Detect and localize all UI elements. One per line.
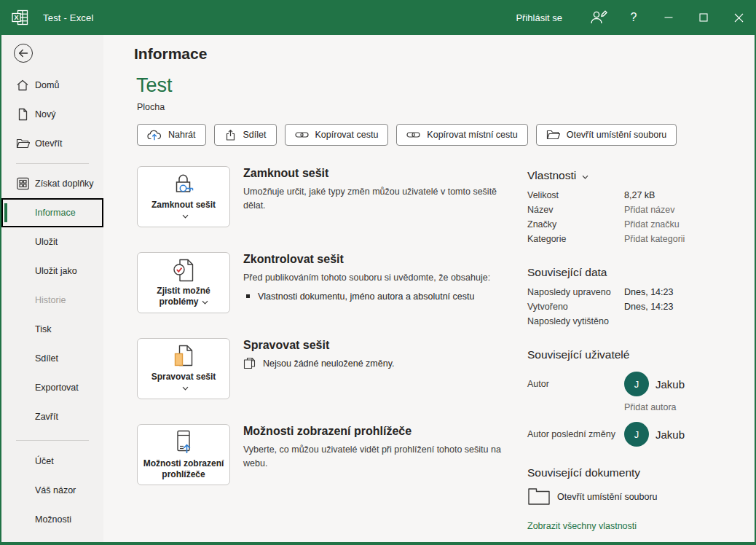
avatar: J — [624, 422, 649, 447]
button-label: Otevřít umístění souboru — [567, 130, 667, 140]
share-button[interactable]: Sdílet — [214, 124, 277, 146]
property-row: Kategorie Přidat kategorii — [527, 234, 746, 248]
sidebar-item-export[interactable]: Exportovat — [1, 373, 103, 402]
info-sections: Zamknout sešit Zamknout sešit Umožňuje u… — [137, 166, 523, 510]
sidebar-item-label: Tisk — [35, 324, 51, 334]
button-label: Kopírovat cestu — [315, 130, 379, 140]
button-label: Kopírovat místní cestu — [427, 130, 517, 140]
upload-button[interactable]: Nahrát — [137, 124, 206, 146]
chevron-down-icon — [202, 297, 208, 307]
add-author-field[interactable]: Přidat autora — [624, 402, 746, 412]
open-file-location-button[interactable]: Otevřít umístění souboru — [536, 124, 677, 146]
button-label: Nahrát — [168, 130, 196, 140]
sidebar-item-save[interactable]: Uložit — [1, 227, 103, 256]
chevron-down-icon — [182, 383, 189, 393]
sidebar-item-label: Uložit jako — [35, 266, 77, 276]
sidebar-divider — [16, 163, 89, 164]
excel-logo-icon: X — [12, 9, 29, 26]
open-folder-icon — [546, 129, 560, 141]
inspect-workbook-section: Zjistit možné problémy Zkontrolovat seši… — [137, 252, 523, 313]
back-button[interactable] — [14, 44, 33, 63]
sidebar-item-account[interactable]: Účet — [1, 447, 103, 476]
related-documents-header: Související dokumenty — [527, 466, 746, 479]
new-file-icon — [16, 108, 29, 121]
sidebar-item-label: Exportovat — [35, 383, 79, 393]
help-icon[interactable]: ? — [616, 0, 651, 35]
sidebar-item-feedback[interactable]: Váš názor — [1, 476, 103, 505]
sidebar-divider — [16, 440, 89, 441]
minimize-icon[interactable] — [651, 0, 686, 35]
property-label: Název — [527, 205, 624, 215]
home-icon — [16, 79, 29, 92]
manage-workbook-icon — [170, 345, 197, 368]
sidebar-item-addins[interactable]: Získat doplňky — [1, 169, 103, 198]
date-row: Naposledy vytištěno — [527, 316, 746, 331]
inspect-document-icon — [170, 259, 197, 282]
section-status-text: Nejsou žádné neuložené změny. — [263, 358, 394, 369]
browser-view-options-card[interactable]: Možnosti zobrazení prohlížeče — [137, 424, 230, 485]
info-page: Informace Test Plocha Nahrát — [103, 35, 755, 542]
sidebar-item-label: Zavřít — [35, 412, 58, 422]
sidebar-item-print[interactable]: Tisk — [1, 315, 103, 344]
sidebar-item-options[interactable]: Možnosti — [1, 505, 103, 534]
section-title: Možnosti zobrazení prohlížeče — [243, 425, 507, 438]
sign-in-icon[interactable] — [581, 0, 616, 35]
svg-text:X: X — [14, 14, 18, 21]
sign-in-button[interactable]: Přihlásit se — [516, 12, 562, 23]
close-icon[interactable] — [721, 0, 756, 35]
section-description: Vyberte, co můžou uživatelé vidět při pr… — [243, 443, 507, 471]
card-label: Zamknout sešit — [151, 200, 216, 210]
property-row: Značky Přidat značku — [527, 219, 746, 234]
sidebar-item-label: Otevřít — [35, 138, 63, 149]
protect-workbook-card[interactable]: Zamknout sešit — [137, 166, 230, 227]
show-all-properties-link[interactable]: Zobrazit všechny vlastnosti — [527, 521, 746, 531]
check-for-issues-card[interactable]: Zjistit možné problémy — [137, 252, 230, 313]
sidebar-item-label: Uložit — [35, 237, 58, 247]
open-folder-icon — [16, 138, 30, 149]
add-category-field[interactable]: Přidat kategorii — [624, 234, 685, 244]
date-label: Naposledy vytištěno — [527, 316, 624, 326]
date-value: Dnes, 14:23 — [624, 287, 673, 297]
file-location: Plocha — [137, 102, 165, 112]
addins-icon — [16, 177, 30, 191]
author-chip[interactable]: J Jakub — [624, 372, 685, 396]
sidebar-item-info[interactable]: Informace — [1, 198, 103, 227]
properties-panel: Vlastnosti Velikost 8,27 kB Název Přidat… — [527, 169, 746, 531]
property-row: Velikost 8,27 kB — [527, 190, 746, 205]
date-row: Naposledy upraveno Dnes, 14:23 — [527, 287, 746, 302]
sidebar-item-save-as[interactable]: Uložit jako — [1, 256, 103, 286]
copy-path-button[interactable]: Kopírovat cestu — [285, 124, 389, 146]
sidebar-item-open[interactable]: Otevřít — [1, 129, 103, 158]
protect-workbook-section: Zamknout sešit Zamknout sešit Umožňuje u… — [137, 166, 523, 227]
last-modified-by-name: Jakub — [655, 428, 685, 441]
titlebar: X Test - Excel Přihlásit se ? — [0, 0, 756, 35]
property-label: Kategorie — [527, 234, 624, 244]
card-label: Možnosti zobrazení prohlížeče — [143, 458, 224, 479]
sidebar-item-label: Možnosti — [35, 514, 71, 525]
chevron-down-icon — [182, 211, 189, 221]
sidebar-item-label: Historie — [35, 295, 66, 305]
back-arrow-icon — [18, 48, 28, 58]
browser-view-options-section: Možnosti zobrazení prohlížeče Možnosti z… — [137, 424, 523, 485]
sidebar-item-new[interactable]: Nový — [1, 100, 103, 129]
copy-local-path-button[interactable]: Kopírovat místní cestu — [396, 124, 527, 146]
section-title: Zkontrolovat sešit — [243, 253, 490, 266]
sidebar-item-close[interactable]: Zavřít — [1, 402, 103, 431]
add-tag-field[interactable]: Přidat značku — [624, 219, 680, 230]
open-file-location-link[interactable]: Otevřít umístění souboru — [527, 487, 746, 506]
manage-workbook-card[interactable]: Spravovat sešit — [137, 338, 230, 399]
add-title-field[interactable]: Přidat název — [624, 205, 674, 215]
last-modified-by-chip[interactable]: J Jakub — [624, 422, 685, 447]
manage-workbook-section: Spravovat sešit Spravovat sešit — [137, 338, 523, 399]
section-description: Před publikováním tohoto souboru si uvěd… — [243, 271, 490, 285]
sidebar-item-share[interactable]: Sdílet — [1, 344, 103, 373]
date-label: Vytvořeno — [527, 302, 624, 312]
date-row: Vytvořeno Dnes, 14:23 — [527, 302, 746, 316]
date-value: Dnes, 14:23 — [624, 302, 673, 312]
sidebar-item-home[interactable]: Domů — [1, 71, 103, 100]
maximize-icon[interactable] — [686, 0, 721, 35]
sidebar-item-history: Historie — [1, 286, 103, 315]
properties-header[interactable]: Vlastnosti — [527, 169, 746, 182]
open-file-location-label: Otevřít umístění souboru — [557, 492, 658, 502]
sidebar-item-label: Domů — [35, 80, 59, 90]
